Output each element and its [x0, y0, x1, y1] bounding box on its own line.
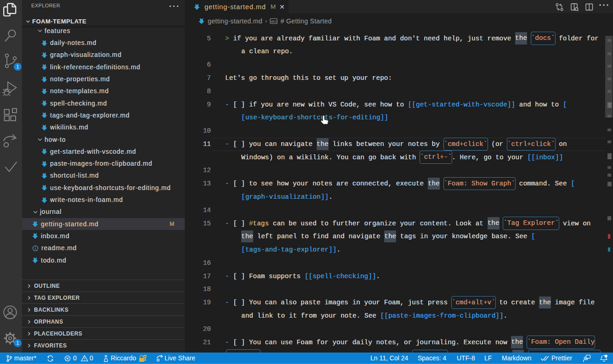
svg-text:abc: abc [271, 19, 277, 22]
